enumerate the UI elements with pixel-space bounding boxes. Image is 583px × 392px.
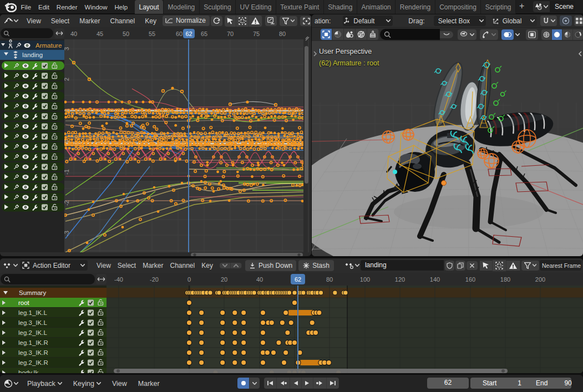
svg-text:-20: -20	[150, 276, 159, 283]
svg-text:0: 0	[187, 276, 191, 283]
svg-text:120: 120	[395, 276, 405, 283]
svg-text:65: 65	[201, 30, 207, 37]
svg-text:leg.2_IK.R: leg.2_IK.R	[18, 359, 48, 366]
svg-text:40: 40	[70, 30, 77, 37]
svg-text:leg.1_IK.L: leg.1_IK.L	[18, 309, 47, 316]
svg-text:70: 70	[227, 30, 234, 37]
svg-text:160: 160	[465, 276, 475, 283]
svg-text:80: 80	[279, 30, 286, 37]
svg-text:62: 62	[295, 276, 301, 283]
svg-text:55: 55	[149, 30, 155, 37]
svg-text:60: 60	[176, 30, 182, 37]
svg-text:root: root	[18, 299, 30, 306]
svg-text:200: 200	[535, 276, 545, 283]
svg-text:180: 180	[500, 276, 510, 283]
svg-text:45: 45	[97, 30, 103, 37]
svg-text:62: 62	[185, 30, 192, 37]
svg-text:Summary: Summary	[19, 289, 46, 296]
svg-text:landing: landing	[22, 52, 43, 58]
svg-text:140: 140	[430, 276, 440, 283]
svg-text:leg.3_IK.L: leg.3_IK.L	[18, 319, 47, 326]
svg-text:20: 20	[221, 276, 227, 283]
svg-text:body.Ik: body.Ik	[18, 369, 38, 373]
svg-text:40: 40	[256, 276, 263, 283]
svg-text:50: 50	[123, 30, 129, 37]
svg-text:-40: -40	[114, 276, 123, 283]
svg-text:leg.2_IK.L: leg.2_IK.L	[18, 329, 47, 336]
svg-text:80: 80	[326, 276, 333, 283]
svg-text:75: 75	[253, 30, 260, 37]
svg-text:leg.1_IK.R: leg.1_IK.R	[18, 339, 48, 346]
svg-text:leg.3_IK.R: leg.3_IK.R	[18, 349, 48, 356]
svg-text:Armature: Armature	[36, 42, 62, 49]
svg-text:100: 100	[360, 276, 370, 283]
